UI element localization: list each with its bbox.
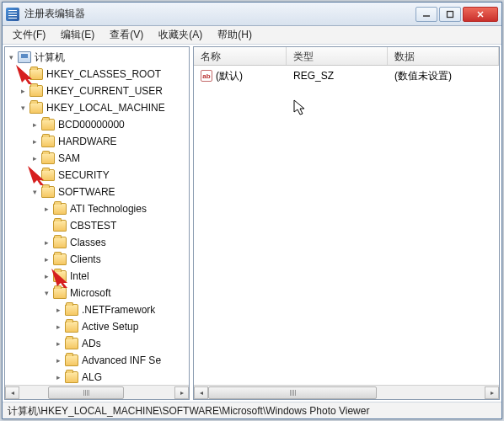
menu-favorites[interactable]: 收藏夹(A) bbox=[152, 26, 209, 44]
svg-rect-1 bbox=[448, 11, 453, 17]
folder-icon bbox=[29, 68, 43, 80]
status-path: 计算机\HKEY_LOCAL_MACHINE\SOFTWARE\Microsof… bbox=[8, 405, 369, 417]
folder-icon bbox=[29, 102, 43, 114]
list-header: 名称 类型 数据 bbox=[194, 47, 499, 66]
tree-item-hkcu[interactable]: ▸HKEY_CURRENT_USER bbox=[5, 83, 189, 99]
scroll-left-button[interactable]: ◂ bbox=[5, 386, 19, 399]
folder-icon bbox=[41, 186, 55, 198]
tree-item-advinf[interactable]: ▸Advanced INF Se bbox=[5, 352, 189, 369]
window-buttons bbox=[416, 7, 498, 22]
registry-editor-window: 注册表编辑器 文件(F) 编辑(E) 查看(V) 收藏夹(A) 帮助(H) ▾计… bbox=[2, 2, 502, 419]
tree-item-classes[interactable]: ▸Classes bbox=[5, 234, 189, 251]
values-pane: 名称 类型 数据 ab(默认) REG_SZ (数值未设置) ◂ ▸ bbox=[193, 46, 500, 400]
folder-icon bbox=[53, 253, 67, 265]
tree-view[interactable]: ▾计算机 ▸HKEY_CLASSES_ROOT ▸HKEY_CURRENT_US… bbox=[5, 47, 189, 385]
folder-icon bbox=[41, 152, 55, 164]
value-type: REG_SZ bbox=[287, 70, 388, 82]
content-area: ▾计算机 ▸HKEY_CLASSES_ROOT ▸HKEY_CURRENT_US… bbox=[3, 45, 501, 402]
scroll-track[interactable] bbox=[19, 386, 174, 399]
tree-item-security[interactable]: ▸SECURITY bbox=[5, 167, 189, 184]
folder-icon bbox=[65, 354, 78, 366]
folder-icon bbox=[53, 220, 67, 232]
value-data: (数值未设置) bbox=[388, 69, 499, 83]
scroll-thumb[interactable] bbox=[48, 386, 124, 399]
minimize-button[interactable] bbox=[416, 7, 437, 22]
tree-item-alg[interactable]: ▸ALG bbox=[5, 369, 189, 385]
col-type[interactable]: 类型 bbox=[287, 47, 388, 65]
scroll-right-button[interactable]: ▸ bbox=[174, 386, 189, 399]
tree-item-microsoft[interactable]: ▾Microsoft bbox=[5, 285, 189, 301]
folder-icon bbox=[53, 203, 67, 215]
menu-edit[interactable]: 编辑(E) bbox=[54, 26, 101, 44]
computer-icon bbox=[18, 51, 31, 63]
tree-item-bcd[interactable]: ▸BCD00000000 bbox=[5, 116, 189, 133]
scroll-thumb[interactable] bbox=[208, 386, 377, 399]
folder-icon bbox=[41, 119, 55, 131]
tree-item-hklm[interactable]: ▾HKEY_LOCAL_MACHINE bbox=[5, 99, 189, 116]
tree-item-computer[interactable]: ▾计算机 bbox=[5, 49, 189, 66]
close-button[interactable] bbox=[463, 7, 498, 22]
string-value-icon: ab bbox=[201, 70, 212, 82]
tree-item-ads[interactable]: ▸ADs bbox=[5, 335, 189, 352]
folder-icon bbox=[65, 371, 78, 383]
menu-view[interactable]: 查看(V) bbox=[103, 26, 150, 44]
tree-hscrollbar[interactable]: ◂ ▸ bbox=[5, 385, 189, 399]
col-data[interactable]: 数据 bbox=[388, 47, 499, 65]
maximize-button[interactable] bbox=[439, 7, 461, 22]
scroll-right-button[interactable]: ▸ bbox=[485, 386, 499, 399]
tree-item-ati[interactable]: ▸ATI Technologies bbox=[5, 200, 189, 217]
tree-item-sam[interactable]: ▸SAM bbox=[5, 150, 189, 167]
folder-icon bbox=[53, 270, 67, 282]
window-title: 注册表编辑器 bbox=[24, 7, 416, 21]
tree-item-software[interactable]: ▾SOFTWARE bbox=[5, 184, 189, 200]
scroll-left-button[interactable]: ◂ bbox=[194, 386, 208, 399]
col-name[interactable]: 名称 bbox=[194, 47, 287, 65]
scroll-track[interactable] bbox=[208, 386, 485, 399]
tree-item-intel[interactable]: ▸Intel bbox=[5, 268, 189, 285]
folder-icon bbox=[53, 287, 67, 299]
folder-icon bbox=[41, 169, 55, 181]
title-bar[interactable]: 注册表编辑器 bbox=[3, 3, 501, 26]
menu-help[interactable]: 帮助(H) bbox=[211, 26, 259, 44]
menu-bar: 文件(F) 编辑(E) 查看(V) 收藏夹(A) 帮助(H) bbox=[3, 26, 501, 45]
list-hscrollbar[interactable]: ◂ ▸ bbox=[194, 385, 499, 399]
list-row[interactable]: ab(默认) REG_SZ (数值未设置) bbox=[194, 67, 499, 84]
app-icon bbox=[6, 8, 19, 21]
folder-icon bbox=[65, 338, 78, 349]
folder-icon bbox=[65, 304, 78, 316]
folder-icon bbox=[65, 321, 78, 333]
tree-item-activesetup[interactable]: ▸Active Setup bbox=[5, 318, 189, 335]
folder-icon bbox=[29, 85, 43, 97]
menu-file[interactable]: 文件(F) bbox=[6, 26, 52, 44]
tree-item-hkcr[interactable]: ▸HKEY_CLASSES_ROOT bbox=[5, 66, 189, 83]
folder-icon bbox=[53, 237, 67, 248]
tree-item-netfx[interactable]: ▸.NETFramework bbox=[5, 301, 189, 318]
values-list[interactable]: ab(默认) REG_SZ (数值未设置) bbox=[194, 66, 499, 385]
tree-pane: ▾计算机 ▸HKEY_CLASSES_ROOT ▸HKEY_CURRENT_US… bbox=[4, 46, 190, 400]
tree-item-hardware[interactable]: ▸HARDWARE bbox=[5, 133, 189, 150]
value-name: (默认) bbox=[216, 69, 243, 83]
folder-icon bbox=[41, 136, 55, 147]
tree-item-cbstest[interactable]: ▸CBSTEST bbox=[5, 217, 189, 234]
tree-item-clients[interactable]: ▸Clients bbox=[5, 251, 189, 268]
status-bar: 计算机\HKEY_LOCAL_MACHINE\SOFTWARE\Microsof… bbox=[3, 402, 501, 418]
